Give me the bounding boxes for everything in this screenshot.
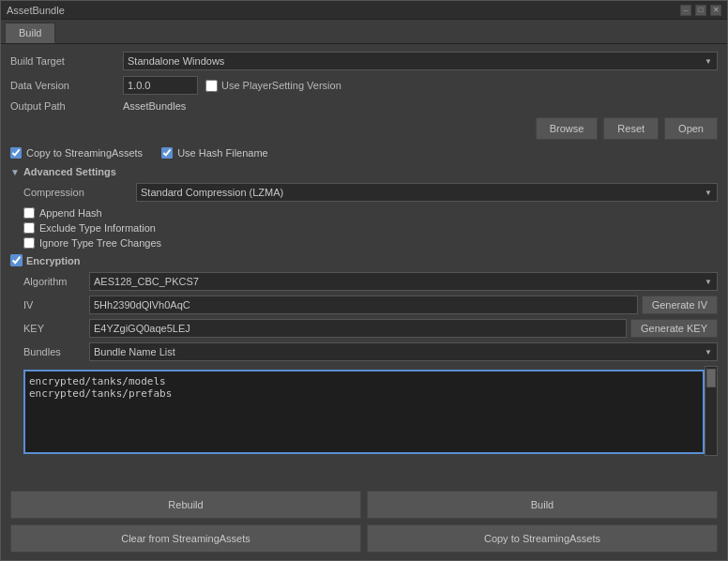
key-label: KEY — [23, 323, 89, 334]
key-row: KEY Generate KEY — [23, 319, 718, 338]
data-version-row: Data Version Use PlayerSetting Version — [10, 76, 718, 95]
iv-label: IV — [23, 299, 89, 311]
compression-select[interactable]: Standard Compression (LZMA) — [136, 183, 718, 202]
use-player-setting-label: Use PlayerSetting Version — [205, 80, 341, 92]
algorithm-label: Algorithm — [23, 276, 89, 287]
advanced-settings-header[interactable]: ▼ Advanced Settings — [10, 166, 718, 177]
exclude-type-info-label: Exclude Type Information — [39, 222, 156, 234]
close-button[interactable]: ✕ — [710, 5, 721, 16]
advanced-settings-content: Compression Standard Compression (LZMA) … — [10, 183, 718, 249]
append-hash-label: Append Hash — [39, 207, 102, 219]
build-target-select-wrapper: Standalone Windows — [123, 52, 718, 70]
copy-to-streaming-button[interactable]: Copy to StreamingAssets — [367, 524, 718, 553]
bundles-row: Bundles Bundle Name List — [23, 342, 718, 361]
output-path-row: Output Path AssetBundles — [10, 100, 718, 112]
title-bar: AssetBundle – □ ✕ — [1, 1, 727, 20]
algorithm-select[interactable]: AES128_CBC_PKCS7 — [89, 272, 718, 291]
build-target-label: Build Target — [10, 55, 123, 67]
use-hash-filename-label: Use Hash Filename — [161, 147, 268, 159]
data-version-input[interactable] — [123, 76, 198, 95]
iv-input[interactable] — [89, 296, 638, 314]
file-button-row: Browse Reset Open — [10, 117, 718, 140]
algorithm-row: Algorithm AES128_CBC_PKCS7 — [23, 272, 718, 291]
bottom-btn-row-1: Rebuild Build — [10, 491, 718, 519]
bottom-buttons-area: Rebuild Build Clear from StreamingAssets… — [1, 483, 727, 560]
tab-build[interactable]: Build — [5, 23, 55, 43]
bundle-list-wrap — [23, 366, 705, 456]
iv-row: IV Generate IV — [23, 296, 718, 314]
reset-button[interactable]: Reset — [603, 117, 659, 140]
exclude-type-info-row: Exclude Type Information — [23, 222, 718, 234]
data-version-label: Data Version — [10, 80, 123, 91]
encryption-content: Algorithm AES128_CBC_PKCS7 IV Generate I… — [10, 272, 718, 456]
bundle-list-scrollbar[interactable] — [705, 366, 718, 456]
use-player-setting-checkbox[interactable] — [205, 80, 218, 92]
browse-button[interactable]: Browse — [536, 117, 599, 140]
bundle-list-scrollbar-thumb[interactable] — [706, 369, 716, 387]
copy-streaming-checkbox[interactable] — [10, 147, 22, 159]
key-input[interactable] — [89, 319, 627, 338]
append-hash-row: Append Hash — [23, 207, 718, 219]
compression-row: Compression Standard Compression (LZMA) — [23, 183, 718, 202]
window-title: AssetBundle — [7, 5, 65, 16]
append-hash-checkbox[interactable] — [23, 207, 35, 219]
use-hash-filename-checkbox[interactable] — [161, 147, 173, 159]
ignore-type-tree-row: Ignore Type Tree Changes — [23, 237, 718, 249]
window-controls: – □ ✕ — [680, 5, 721, 16]
open-button[interactable]: Open — [664, 117, 718, 140]
maximize-button[interactable]: □ — [695, 5, 706, 16]
exclude-type-info-checkbox[interactable] — [23, 222, 35, 234]
copy-streaming-label: Copy to StreamingAssets — [10, 147, 143, 159]
streaming-hash-row: Copy to StreamingAssets Use Hash Filenam… — [10, 147, 718, 159]
bundles-select[interactable]: Bundle Name List — [89, 342, 718, 361]
compression-label: Compression — [23, 187, 136, 198]
encryption-header-row: Encryption — [10, 254, 718, 266]
advanced-settings-arrow: ▼ — [10, 167, 20, 177]
output-path-label: Output Path — [10, 100, 123, 112]
main-window: AssetBundle – □ ✕ Build Build Target Sta… — [0, 0, 728, 561]
encryption-checkbox[interactable] — [10, 254, 23, 266]
build-button[interactable]: Build — [367, 491, 718, 519]
ignore-type-tree-label: Ignore Type Tree Changes — [39, 237, 161, 249]
generate-iv-button[interactable]: Generate IV — [642, 296, 718, 314]
content-area: Build Target Standalone Windows Data Ver… — [1, 44, 727, 483]
algorithm-select-wrapper: AES128_CBC_PKCS7 — [89, 272, 718, 291]
build-target-select[interactable]: Standalone Windows — [123, 52, 718, 70]
advanced-settings-title: Advanced Settings — [23, 166, 116, 177]
minimize-button[interactable]: – — [680, 5, 691, 16]
generate-key-button[interactable]: Generate KEY — [630, 319, 718, 338]
bottom-btn-row-2: Clear from StreamingAssets Copy to Strea… — [10, 524, 718, 553]
bundles-label: Bundles — [23, 346, 89, 357]
build-target-row: Build Target Standalone Windows — [10, 52, 718, 70]
bundle-list-area — [23, 366, 718, 456]
rebuild-button[interactable]: Rebuild — [10, 491, 361, 519]
bundles-select-wrapper: Bundle Name List — [89, 342, 718, 361]
encryption-title: Encryption — [26, 255, 80, 266]
bundle-list-textarea[interactable] — [23, 370, 705, 454]
compression-select-wrapper: Standard Compression (LZMA) — [136, 183, 718, 202]
clear-from-streaming-button[interactable]: Clear from StreamingAssets — [10, 524, 361, 553]
tab-bar: Build — [1, 20, 727, 44]
output-path-value: AssetBundles — [123, 100, 718, 112]
ignore-type-tree-checkbox[interactable] — [23, 237, 35, 249]
